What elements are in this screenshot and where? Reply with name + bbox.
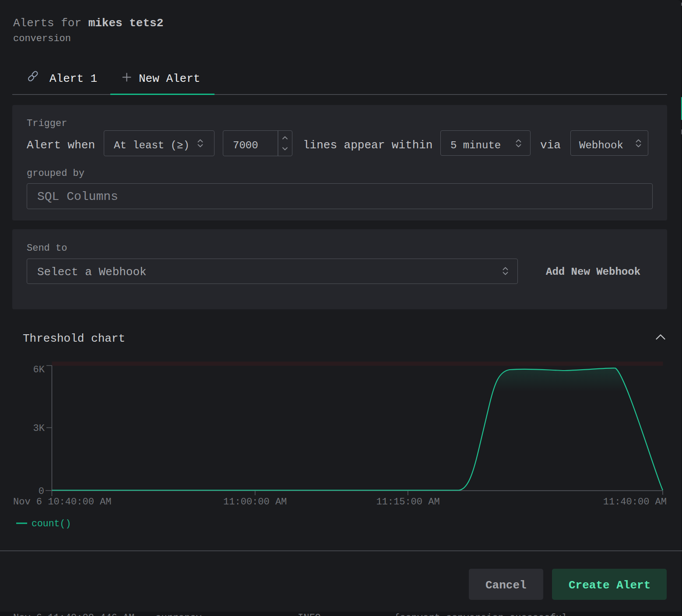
svg-text:11:15:00 AM: 11:15:00 AM xyxy=(376,497,439,508)
svg-text:0: 0 xyxy=(39,486,44,497)
svg-text:count(): count() xyxy=(32,518,71,529)
svg-text:3K: 3K xyxy=(33,423,45,434)
svg-text:11:40:00 AM: 11:40:00 AM xyxy=(603,497,667,508)
svg-text:Nov 6 10:40:00 AM: Nov 6 10:40:00 AM xyxy=(13,497,111,508)
svg-text:6K: 6K xyxy=(33,364,45,375)
svg-text:11:00:00 AM: 11:00:00 AM xyxy=(223,497,287,508)
